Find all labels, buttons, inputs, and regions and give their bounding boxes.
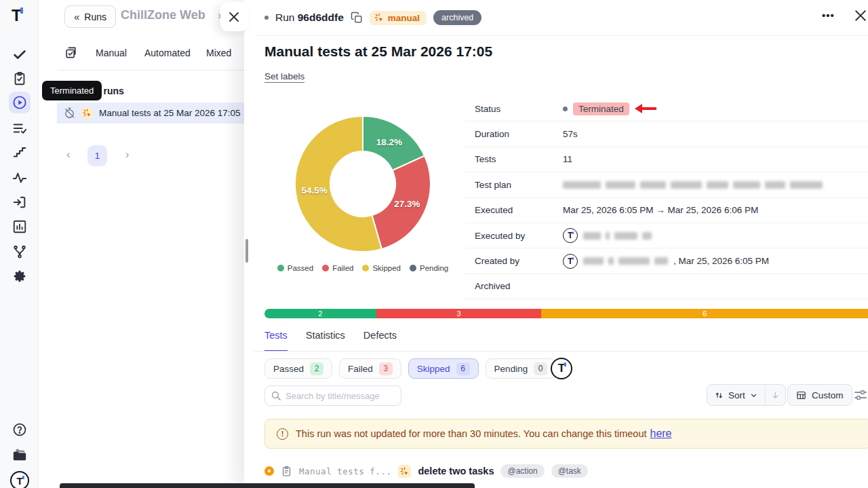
- legend-item-skipped[interactable]: Skipped: [362, 264, 401, 272]
- tab-manual[interactable]: Manual: [96, 48, 127, 58]
- assignee-avatar[interactable]: T: [551, 358, 572, 379]
- redacted-text: [563, 181, 823, 189]
- tab-statistics[interactable]: Statistics: [306, 330, 345, 352]
- chevron-down-icon: [750, 392, 757, 399]
- custom-columns-button[interactable]: Custom: [787, 384, 852, 406]
- archived-badge: archived: [433, 10, 481, 25]
- filter-chip-passed[interactable]: Passed2: [264, 358, 332, 379]
- run-type-tabs: Manual Automated Mixed: [39, 43, 244, 64]
- copy-icon[interactable]: [351, 12, 363, 24]
- legend-item-failed[interactable]: Failed: [322, 264, 353, 272]
- detail-row-status: Status Terminated: [465, 96, 868, 121]
- analytics-icon[interactable]: [12, 219, 27, 234]
- run-header: Run 96d6ddfe manual archived: [264, 8, 481, 27]
- test-plans-icon[interactable]: [12, 71, 27, 86]
- detail-label: Duration: [465, 129, 563, 139]
- filter-chip-pending[interactable]: Pending0: [486, 358, 557, 379]
- alert-circle-icon: !: [277, 428, 288, 440]
- steps-icon[interactable]: [12, 145, 27, 160]
- legend-dot-icon: [410, 265, 416, 271]
- divider: [254, 351, 868, 352]
- redacted-text: [583, 257, 668, 265]
- run-detail-panel: Run 96d6ddfe manual archived ••• Manual …: [244, 0, 868, 488]
- sort-button[interactable]: Sort: [707, 385, 765, 405]
- projects-folders-icon[interactable]: [12, 447, 27, 462]
- bottom-tooltip-partial: [60, 483, 475, 488]
- chip-label: Passed: [273, 364, 304, 374]
- pulse-icon[interactable]: [12, 170, 27, 185]
- divider: [254, 35, 868, 36]
- more-menu-button[interactable]: •••: [822, 10, 835, 21]
- legend-dot-icon: [277, 265, 284, 271]
- test-row[interactable]: Manual tests f... delete two tasks @acti…: [264, 464, 588, 478]
- tab-automated[interactable]: Automated: [144, 48, 191, 58]
- tests-icon[interactable]: [12, 47, 27, 62]
- tag-action[interactable]: @action: [500, 464, 544, 478]
- test-status-marker-icon: [264, 466, 274, 476]
- detail-row-created-by: Created by T , Mar 25, 2026 6:05 PM: [465, 248, 868, 274]
- pagination-page-1[interactable]: 1: [87, 145, 107, 166]
- run-list-item-selected[interactable]: Manual tests at 25 Mar 2026 17:05: [57, 102, 244, 124]
- arrow-down-icon: [771, 391, 780, 400]
- panel-close-button[interactable]: [220, 2, 248, 31]
- manual-spark-icon: [398, 465, 411, 478]
- chip-count-badge: 0: [534, 362, 547, 375]
- table-grid-icon: [796, 390, 806, 400]
- profile-avatar[interactable]: T: [10, 471, 29, 488]
- checklists-icon[interactable]: [12, 121, 27, 136]
- detail-row-executed-by: Executed by T: [465, 223, 868, 248]
- pagination-next[interactable]: ›: [125, 149, 129, 161]
- run-id: 96d6ddfe: [298, 12, 344, 23]
- sort-direction-button[interactable]: [765, 385, 785, 405]
- legend-item-passed[interactable]: Passed: [277, 264, 313, 272]
- pagination-prev[interactable]: ‹: [66, 149, 70, 161]
- legend-label: Skipped: [372, 264, 401, 272]
- divider: [58, 70, 244, 71]
- filter-chip-skipped[interactable]: Skipped6: [408, 358, 479, 379]
- runs-icon[interactable]: [12, 95, 27, 110]
- user-avatar: T: [563, 228, 578, 243]
- legend-label: Pending: [420, 264, 448, 272]
- search-input[interactable]: [285, 391, 401, 401]
- runs-list-panel: « Runs ChillZone Web › Manual Automated …: [39, 0, 244, 488]
- panel-close-x[interactable]: [854, 10, 867, 22]
- run-title: Manual tests at 25 Mar 2026 17:05: [264, 43, 492, 60]
- progress-segment: 6: [541, 309, 868, 318]
- tab-defects[interactable]: Defects: [363, 330, 397, 352]
- filter-chip-failed[interactable]: Failed3: [339, 358, 401, 379]
- testomat-logo[interactable]: T: [12, 6, 26, 21]
- timeout-warning-banner: ! This run was not updated for more than…: [264, 419, 868, 449]
- detail-tabs: TestsStatisticsDefects: [264, 330, 397, 352]
- detail-label: Status: [465, 104, 563, 114]
- legend-item-pending[interactable]: Pending: [410, 264, 448, 272]
- detail-row-tests: Tests 11: [465, 147, 868, 172]
- detail-label: Tests: [465, 154, 563, 164]
- tab-tests[interactable]: Tests: [264, 330, 288, 352]
- scrollbar-thumb[interactable]: [245, 239, 248, 263]
- tab-mixed[interactable]: Mixed: [206, 48, 231, 58]
- detail-label: Test plan: [465, 180, 563, 190]
- detail-row-test-plan: Test plan: [465, 172, 868, 198]
- detail-label: Created by: [465, 256, 563, 266]
- set-labels-link[interactable]: Set labels: [264, 71, 304, 83]
- timeout-here-link[interactable]: here: [650, 428, 671, 440]
- icon-rail: T T: [0, 0, 39, 488]
- legend-dot-icon: [362, 265, 369, 271]
- manual-badge-label: manual: [388, 13, 420, 23]
- sort-arrows-icon: [715, 391, 724, 400]
- branches-icon[interactable]: [12, 244, 27, 259]
- back-to-runs-button[interactable]: « Runs: [64, 5, 116, 28]
- settings-gear-icon[interactable]: [12, 269, 27, 284]
- detail-value: 57s: [563, 129, 578, 139]
- filter-chips: Passed2Failed3Skipped6Pending0: [264, 358, 556, 379]
- donut-slice-label: 54.5%: [302, 185, 328, 195]
- chip-label: Skipped: [417, 364, 450, 374]
- redacted-text: [583, 232, 652, 240]
- warning-text: This run was not updated for more than 3…: [296, 428, 646, 439]
- import-icon[interactable]: [12, 195, 27, 210]
- help-icon[interactable]: [12, 422, 27, 437]
- adjustments-sliders-icon[interactable]: [854, 388, 867, 402]
- run-list-icon[interactable]: [64, 46, 77, 59]
- user-avatar: T: [563, 254, 578, 269]
- tag-task[interactable]: @task: [551, 464, 588, 478]
